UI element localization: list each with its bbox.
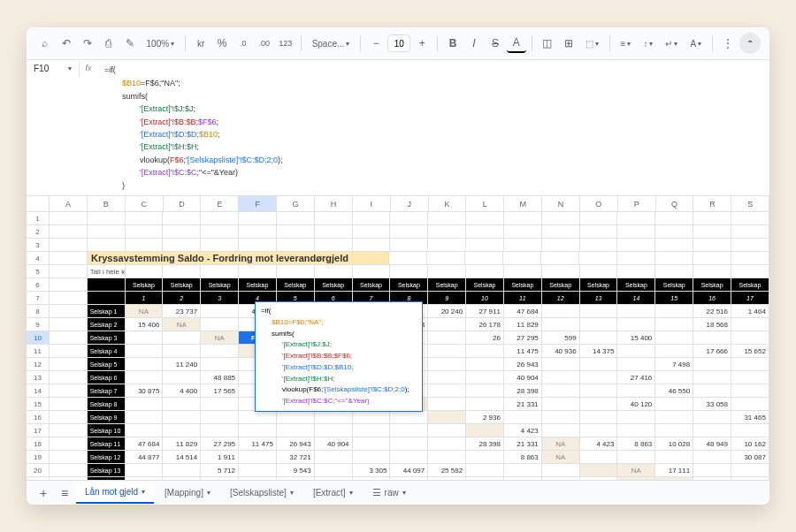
- fill-color-icon[interactable]: ◫: [538, 34, 557, 53]
- cell[interactable]: [428, 424, 466, 437]
- cell[interactable]: 7 498: [655, 358, 693, 371]
- cell[interactable]: [390, 424, 428, 437]
- cell[interactable]: [163, 411, 201, 424]
- cell[interactable]: [50, 345, 88, 358]
- cell[interactable]: [428, 371, 466, 384]
- tab-selskapsliste[interactable]: [Selskapsliste]▾: [221, 483, 302, 504]
- cell[interactable]: [617, 451, 655, 464]
- cell[interactable]: [126, 212, 164, 225]
- cell[interactable]: 23 737: [163, 305, 201, 318]
- cell[interactable]: Selskap: [466, 278, 504, 292]
- cell[interactable]: [693, 212, 731, 225]
- cell[interactable]: [617, 318, 655, 331]
- cell[interactable]: [88, 225, 126, 239]
- cell[interactable]: [315, 424, 353, 437]
- cell[interactable]: [277, 411, 315, 424]
- cell[interactable]: [353, 424, 391, 437]
- cell[interactable]: [277, 225, 315, 239]
- cell[interactable]: Selskap: [504, 278, 542, 292]
- cell[interactable]: [693, 252, 731, 265]
- cell[interactable]: [163, 464, 201, 477]
- cell[interactable]: [50, 252, 88, 265]
- row-header[interactable]: 8: [27, 305, 50, 318]
- col-header-G[interactable]: G: [277, 196, 315, 211]
- cell[interactable]: [504, 239, 542, 252]
- cell[interactable]: [201, 318, 239, 331]
- cell[interactable]: [201, 305, 239, 318]
- cell[interactable]: Selskap: [542, 278, 580, 292]
- cell[interactable]: [50, 451, 88, 464]
- cell[interactable]: [201, 212, 239, 225]
- cell[interactable]: [693, 225, 731, 239]
- cell[interactable]: 27 295: [504, 331, 542, 345]
- cell[interactable]: [428, 398, 466, 411]
- cell[interactable]: [655, 225, 693, 239]
- cell[interactable]: [50, 318, 88, 331]
- row-header[interactable]: 10: [27, 331, 50, 345]
- cell[interactable]: NA: [617, 464, 655, 477]
- cell[interactable]: [126, 331, 164, 345]
- wrap-select[interactable]: ↵▾: [660, 34, 683, 53]
- cell[interactable]: [201, 398, 239, 411]
- cell[interactable]: [617, 345, 655, 358]
- cell[interactable]: [542, 398, 580, 411]
- row-header[interactable]: 17: [27, 424, 50, 437]
- cell[interactable]: Selskap 11: [88, 437, 126, 451]
- cell[interactable]: 10 028: [655, 437, 693, 451]
- cell[interactable]: Selskap: [163, 278, 201, 292]
- tab-raw[interactable]: ☰raw▾: [364, 483, 415, 504]
- cell[interactable]: Selskap: [617, 278, 655, 292]
- cell[interactable]: [542, 212, 580, 225]
- cell[interactable]: [693, 371, 731, 384]
- cell[interactable]: [315, 225, 353, 239]
- cell[interactable]: [50, 424, 88, 437]
- cell[interactable]: [353, 225, 391, 239]
- cell[interactable]: [504, 212, 542, 225]
- cell[interactable]: 46 550: [655, 384, 693, 398]
- cell[interactable]: [466, 384, 504, 398]
- increase-decimal-icon[interactable]: .00: [255, 34, 274, 53]
- cell[interactable]: Selskap: [731, 278, 769, 292]
- cell[interactable]: [731, 225, 769, 239]
- cell[interactable]: 47 684: [504, 305, 542, 318]
- cell[interactable]: Selskap 14: [88, 477, 126, 480]
- cell[interactable]: [731, 239, 769, 252]
- cell[interactable]: [655, 265, 693, 278]
- cell[interactable]: [163, 331, 201, 345]
- col-header-A[interactable]: A: [50, 196, 88, 211]
- cell[interactable]: [277, 265, 315, 278]
- expand-toolbar-button[interactable]: ⌃: [739, 33, 761, 54]
- cell[interactable]: [315, 477, 353, 480]
- col-header-R[interactable]: R: [693, 196, 731, 211]
- cell[interactable]: Selskap 12: [88, 451, 126, 464]
- cell[interactable]: [580, 358, 618, 371]
- cell[interactable]: [428, 411, 466, 424]
- cell[interactable]: [655, 318, 693, 331]
- tab-extract[interactable]: [Extract]▾: [304, 483, 362, 504]
- cell[interactable]: 28 398: [504, 384, 542, 398]
- formula-bar[interactable]: =if( $B10=F$6;"NA"; sumifs( '[Extract]'!…: [97, 60, 769, 195]
- col-header-C[interactable]: C: [126, 196, 164, 211]
- cell[interactable]: 27 911: [466, 305, 504, 318]
- cell[interactable]: 9: [428, 292, 466, 305]
- cell[interactable]: 40 120: [617, 398, 655, 411]
- cell[interactable]: [580, 305, 618, 318]
- cell[interactable]: [693, 384, 731, 398]
- cell[interactable]: [466, 371, 504, 384]
- cell[interactable]: [655, 424, 693, 437]
- cell[interactable]: [655, 345, 693, 358]
- cell[interactable]: [580, 225, 618, 239]
- cell[interactable]: Selskap: [655, 278, 693, 292]
- cell[interactable]: [731, 331, 769, 345]
- cell[interactable]: [655, 331, 693, 345]
- cell[interactable]: [731, 318, 769, 331]
- cell[interactable]: [239, 225, 277, 239]
- cell[interactable]: [239, 212, 277, 225]
- cell[interactable]: Selskap 8: [88, 398, 126, 411]
- cell[interactable]: [617, 411, 655, 424]
- cell[interactable]: [580, 318, 618, 331]
- row-header[interactable]: 20: [27, 464, 50, 477]
- col-header-O[interactable]: O: [580, 196, 618, 211]
- cell[interactable]: [126, 477, 164, 480]
- cell[interactable]: [580, 212, 618, 225]
